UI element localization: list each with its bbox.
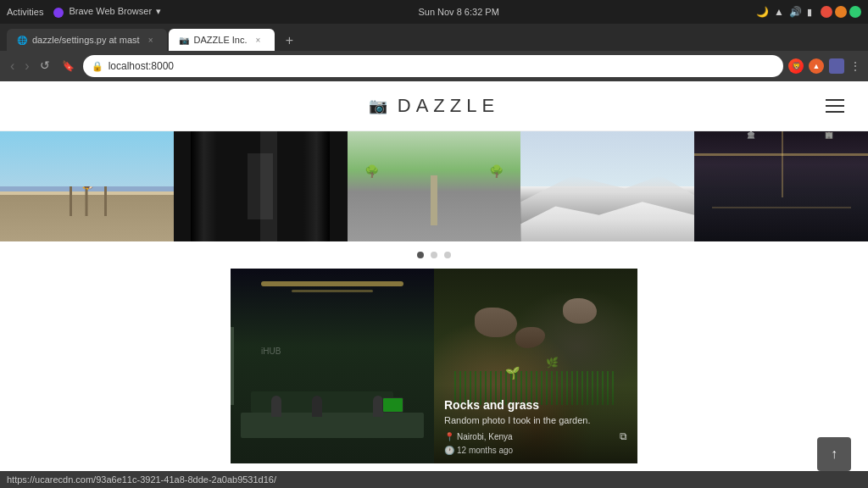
system-clock: Sun Nov 8 6:32 PM: [418, 7, 498, 17]
moon-icon: 🌙: [756, 6, 769, 18]
brave-shield-icon[interactable]: 🦁: [788, 58, 804, 74]
gallery-images-row: 🦅 🌳 🌳: [0, 131, 868, 241]
feed-item-rocks[interactable]: 🌱 🌿 Rocks and grass Random photo I took …: [434, 269, 637, 463]
tab-dazzle[interactable]: 📷 DAZZLE Inc. ×: [169, 29, 275, 51]
tab-close-active-button[interactable]: ×: [253, 34, 264, 46]
page-content: 📷 DAZZLE 🦅: [0, 81, 868, 488]
system-topbar: Activities Brave Web Browser ▾ Sun Nov 8…: [0, 0, 868, 24]
status-url: https://ucarecdn.com/93a6e11c-3921-41a8-…: [7, 474, 276, 485]
time-ago-text: 12 months ago: [457, 446, 513, 455]
forward-button[interactable]: ›: [21, 57, 32, 75]
feed-location: 📍 Nairobi, Kenya: [444, 432, 513, 441]
slider-dots: [0, 241, 868, 269]
feed-title: Rocks and grass: [444, 398, 627, 412]
tab-close-button[interactable]: ×: [145, 34, 157, 46]
battery-icon: ▮: [807, 7, 812, 18]
window-maximize-dot[interactable]: [849, 6, 861, 18]
activities-label[interactable]: Activities: [7, 7, 43, 17]
status-bar: https://ucarecdn.com/93a6e11c-3921-41a8-…: [0, 471, 868, 488]
gallery-image-path: 🌳 🌳: [348, 131, 521, 241]
new-tab-button[interactable]: +: [280, 30, 300, 51]
copy-icon[interactable]: ⧉: [620, 430, 627, 442]
dot-2[interactable]: [431, 252, 437, 258]
back-button[interactable]: ‹: [7, 57, 18, 75]
gallery-image-city: 🏛️ 🏢: [694, 131, 868, 241]
url-text[interactable]: localhost:8000: [108, 60, 174, 72]
dot-1[interactable]: [417, 252, 424, 258]
tab-settings[interactable]: 🌐 dazzle/settings.py at mast ×: [7, 29, 167, 51]
feed-time: 🕐 12 months ago: [444, 446, 627, 455]
window-close-dot[interactable]: [821, 6, 832, 18]
hamburger-menu-button[interactable]: [822, 96, 848, 116]
location-pin-icon: 📍: [444, 432, 454, 441]
feed-grid: iHUB 🌱 🌿 Rocks and: [231, 269, 637, 463]
scroll-top-icon: ↑: [831, 446, 837, 462]
address-bar: ‹ › ↺ 🔖 🔒 localhost:8000 🦁 ▲ ⋮: [0, 51, 868, 81]
window-minimize-dot[interactable]: [835, 6, 847, 18]
logo-text: DAZZLE: [398, 95, 499, 117]
gallery-image-tunnel: [174, 131, 348, 241]
feed-description: Random photo I took in the garden.: [444, 415, 627, 425]
feed-item-coworking[interactable]: iHUB: [231, 269, 434, 463]
extension-icon[interactable]: [829, 58, 844, 74]
volume-icon: 🔊: [789, 6, 802, 18]
feed-meta: 📍 Nairobi, Kenya ⧉: [444, 430, 627, 442]
gallery-slider[interactable]: 🦅 🌳 🌳: [0, 131, 868, 241]
logo-camera-icon: 📷: [369, 97, 391, 115]
clock-icon: 🕐: [444, 446, 454, 455]
tab-bar: 🌐 dazzle/settings.py at mast × 📷 DAZZLE …: [0, 24, 868, 51]
tab-favicon-active: 📷: [179, 36, 189, 45]
dot-3[interactable]: [444, 252, 451, 258]
brave-rewards-icon[interactable]: ▲: [809, 58, 824, 74]
tab-label-active: DAZZLE Inc.: [194, 35, 248, 45]
site-logo: 📷 DAZZLE: [369, 95, 499, 117]
browser-actions: 🦁 ▲ ⋮: [788, 58, 861, 74]
wifi-icon: ▲: [774, 6, 784, 18]
hamburger-line-3: [826, 111, 844, 113]
browser-chrome: Activities Brave Web Browser ▾ Sun Nov 8…: [0, 0, 868, 81]
hamburger-line-1: [826, 99, 844, 101]
scroll-to-top-button[interactable]: ↑: [817, 437, 851, 471]
gallery-image-mountains: [520, 131, 694, 241]
feed-overlay-rocks: Rocks and grass Random photo I took in t…: [434, 385, 637, 463]
hamburger-line-2: [826, 105, 844, 107]
reload-button[interactable]: ↺: [36, 57, 53, 75]
address-input[interactable]: 🔒 localhost:8000: [83, 55, 783, 77]
browser-name-label: Brave Web Browser ▾: [53, 6, 161, 17]
site-header: 📷 DAZZLE: [0, 81, 868, 131]
more-options-button[interactable]: ⋮: [849, 59, 861, 73]
bookmark-button[interactable]: 🔖: [58, 58, 78, 74]
gallery-image-pier: 🦅: [0, 131, 174, 241]
tab-label: dazzle/settings.py at mast: [32, 35, 140, 45]
tab-favicon: 🌐: [17, 36, 27, 45]
location-text: Nairobi, Kenya: [457, 432, 513, 441]
system-tray: 🌙 ▲ 🔊 ▮: [756, 6, 861, 18]
lock-icon: 🔒: [92, 61, 103, 72]
